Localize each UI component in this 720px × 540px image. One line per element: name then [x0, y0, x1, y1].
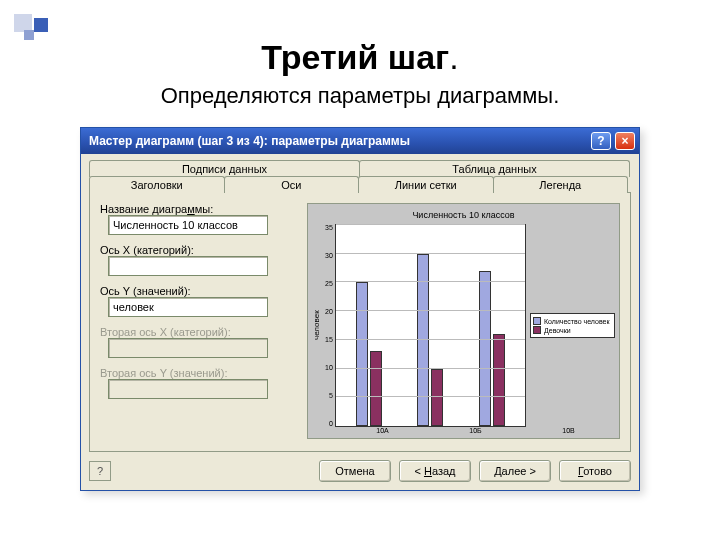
back-button[interactable]: < Назад: [399, 460, 471, 482]
tabs: Подписи данных Таблица данных Заголовки …: [89, 160, 631, 452]
chart-xcats: 10А10Б10В: [336, 427, 615, 434]
y2-axis-input: [108, 379, 268, 399]
dialog-body: Подписи данных Таблица данных Заголовки …: [81, 154, 639, 490]
tab-gridlines[interactable]: Линии сетки: [358, 176, 494, 193]
slide-subtitle: Определяются параметры диаграммы.: [0, 83, 720, 109]
x-axis-input[interactable]: [108, 256, 268, 276]
chart-preview: Численность 10 классов человек 051015202…: [307, 203, 620, 439]
dialog-button-row: ? Отмена < Назад Далее > Готово: [89, 452, 631, 482]
x-axis-label: Ось X (категорий):: [100, 244, 295, 256]
close-icon: ×: [621, 134, 628, 148]
chart-ylabel: человек: [312, 224, 321, 427]
help-icon: ?: [97, 465, 103, 477]
tab-panel-titles: Название диаграммы: Ось X (категорий): О…: [89, 192, 631, 452]
tab-data-table[interactable]: Таблица данных: [359, 160, 630, 177]
chart-wizard-window: Мастер диаграмм (шаг 3 из 4): параметры …: [80, 127, 640, 491]
help-icon: ?: [597, 134, 604, 148]
window-titlebar[interactable]: Мастер диаграмм (шаг 3 из 4): параметры …: [81, 128, 639, 154]
slide-title: Третий шаг.: [0, 38, 720, 77]
chart-yticks: 05101520253035: [325, 224, 335, 427]
tab-data-labels[interactable]: Подписи данных: [89, 160, 360, 177]
chart-plot-area: [335, 224, 526, 427]
chart-title-input[interactable]: [108, 215, 268, 235]
x2-axis-label: Вторая ось X (категорий):: [100, 326, 295, 338]
titlebar-help-button[interactable]: ?: [591, 132, 611, 150]
tab-titles[interactable]: Заголовки: [89, 176, 225, 193]
slide-decoration: [14, 14, 64, 42]
chart-legend: Количество человекДевочки: [530, 313, 615, 338]
x2-axis-input: [108, 338, 268, 358]
slide-title-dot: .: [449, 38, 458, 76]
chart-preview-title: Численность 10 классов: [312, 210, 615, 220]
y2-axis-label: Вторая ось Y (значений):: [100, 367, 295, 379]
next-button[interactable]: Далее >: [479, 460, 551, 482]
y-axis-label: Ось Y (значений):: [100, 285, 295, 297]
dialog-help-button[interactable]: ?: [89, 461, 111, 481]
title-fields-column: Название диаграммы: Ось X (категорий): О…: [100, 203, 295, 439]
tab-axes[interactable]: Оси: [224, 176, 360, 193]
finish-button[interactable]: Готово: [559, 460, 631, 482]
slide-title-text: Третий шаг: [261, 38, 449, 76]
chart-title-label: Название диаграммы:: [100, 203, 295, 215]
cancel-button[interactable]: Отмена: [319, 460, 391, 482]
y-axis-input[interactable]: [108, 297, 268, 317]
tab-legend[interactable]: Легенда: [493, 176, 629, 193]
titlebar-close-button[interactable]: ×: [615, 132, 635, 150]
window-title: Мастер диаграмм (шаг 3 из 4): параметры …: [89, 134, 587, 148]
